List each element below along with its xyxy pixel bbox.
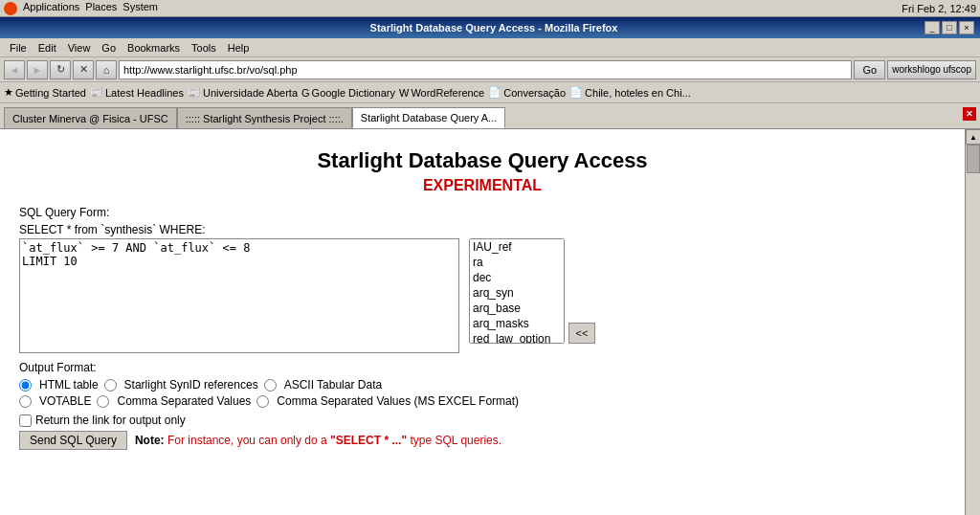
os-right-tray: Fri Feb 2, 12:49 (902, 3, 976, 14)
radio-csv-excel[interactable] (256, 395, 269, 408)
bookmark-universidade-aberta[interactable]: 📰 Universidade Aberta (188, 86, 298, 99)
tab-label-query: Starlight Database Query A... (361, 112, 497, 123)
bookmarks-bar: ★ Getting Started 📰 Latest Headlines 📰 U… (0, 82, 980, 103)
scroll-up-button[interactable]: ▲ (966, 129, 980, 145)
insert-column-button[interactable]: << (568, 323, 595, 344)
column-option-arq-masks[interactable]: arq_masks (470, 316, 564, 331)
label-synid: Starlight SynID references (124, 378, 258, 392)
radio-ascii[interactable] (264, 379, 277, 392)
note-text: Note: For instance, you can only do a "S… (135, 434, 501, 447)
maximize-button[interactable]: □ (942, 21, 957, 34)
column-list-wrapper: IAU_ref ra dec arq_syn arq_base arq_mask… (469, 238, 595, 344)
minimize-button[interactable]: _ (924, 21, 940, 34)
submit-row: Send SQL Query Note: For instance, you c… (19, 431, 946, 450)
w-icon: W (399, 87, 409, 99)
nav-bar: ◄ ► ↻ ✕ ⌂ Go workshlogo ufscop (0, 57, 980, 82)
radio-row-2: VOTABLE Comma Separated Values Comma Sep… (19, 394, 946, 408)
radio-votable[interactable] (19, 395, 32, 408)
menu-go[interactable]: Go (96, 41, 122, 55)
window-title: Starlight Database Query Access - Mozill… (63, 22, 924, 34)
column-option-arq-base[interactable]: arq_base (470, 301, 564, 316)
scrollbar[interactable]: ▲ ▼ (965, 129, 980, 515)
menu-file[interactable]: File (4, 41, 33, 55)
menu-edit[interactable]: Edit (33, 41, 62, 55)
home-button[interactable]: ⌂ (96, 60, 117, 79)
bookmark-conversacao[interactable]: 📄 Conversação (488, 86, 566, 99)
column-listbox[interactable]: IAU_ref ra dec arq_syn arq_base arq_mask… (469, 238, 565, 344)
page-icon: 📰 (188, 86, 201, 99)
google-icon: G (301, 87, 310, 99)
note-select-example: "SELECT * ..." (330, 434, 407, 447)
column-option-ra[interactable]: ra (470, 255, 564, 270)
star-icon: ★ (4, 86, 13, 99)
tab-label-synthesis: ::::: Starlight Synthesis Project ::::. (186, 113, 344, 124)
select-statement: SELECT * from `synthesis` WHERE: (19, 223, 946, 236)
tabs-bar: Cluster Minerva @ Fisica - UFSC ::::: St… (0, 103, 980, 128)
tab-cluster-minerva[interactable]: Cluster Minerva @ Fisica - UFSC (4, 107, 177, 128)
output-label: Output Format: (19, 361, 946, 374)
rss-icon: 📰 (90, 86, 103, 99)
query-textarea[interactable]: `at_flux` >= 7 AND `at_flux` <= 8 LIMIT … (19, 238, 459, 353)
doc-icon: 📄 (488, 86, 501, 99)
return-link-row: Return the link for output only (19, 414, 946, 427)
radio-html-table[interactable] (19, 379, 32, 392)
main-content: Starlight Database Query Access EXPERIME… (0, 129, 965, 515)
os-left-menu: Applications Places System (4, 1, 158, 14)
label-votable: VOTABLE (39, 394, 91, 408)
go-button[interactable]: Go (854, 60, 885, 79)
tab-label-cluster: Cluster Minerva @ Fisica - UFSC (12, 113, 168, 124)
tab-synthesis-project[interactable]: ::::: Starlight Synthesis Project ::::. (177, 107, 352, 128)
os-topbar: Applications Places System Fri Feb 2, 12… (0, 0, 980, 17)
os-logo (4, 1, 17, 14)
bookmark-getting-started[interactable]: ★ Getting Started (4, 86, 86, 99)
address-bar: Go (119, 60, 885, 79)
bookmark-wordreference[interactable]: W WordReference (399, 87, 484, 99)
titlebar: Starlight Database Query Access - Mozill… (0, 17, 980, 38)
form-label: SQL Query Form: (19, 206, 946, 219)
reload-button[interactable]: ↻ (50, 60, 71, 79)
menu-tools[interactable]: Tools (186, 41, 222, 55)
tab-database-query[interactable]: Starlight Database Query A... (352, 107, 505, 128)
menu-view[interactable]: View (62, 41, 97, 55)
column-option-dec[interactable]: dec (470, 270, 564, 285)
radio-row-1: HTML table Starlight SynID references AS… (19, 378, 946, 392)
os-menu-system[interactable]: System (122, 1, 158, 14)
page-title: Starlight Database Query Access (19, 148, 946, 173)
label-html-table: HTML table (39, 378, 99, 392)
forward-button[interactable]: ► (27, 60, 48, 79)
doc2-icon: 📄 (569, 86, 583, 99)
content-wrapper: Starlight Database Query Access EXPERIME… (0, 128, 980, 515)
return-link-label: Return the link for output only (35, 414, 186, 427)
label-csv-excel: Comma Separated Values (MS EXCEL Format) (277, 394, 519, 408)
label-csv: Comma Separated Values (117, 394, 251, 408)
column-option-red-law[interactable]: red_law_option (470, 331, 564, 344)
bookmark-chile[interactable]: 📄 Chile, hoteles en Chi... (569, 86, 691, 99)
bookmark-google-dictionary[interactable]: G Google Dictionary (301, 87, 395, 99)
address-input[interactable] (119, 60, 852, 79)
radio-synid[interactable] (104, 379, 117, 392)
column-option-iau-ref[interactable]: IAU_ref (470, 239, 564, 255)
close-button[interactable]: × (959, 21, 974, 34)
radio-csv[interactable] (97, 395, 109, 408)
send-sql-button[interactable]: Send SQL Query (19, 431, 127, 450)
os-menu-places[interactable]: Places (85, 1, 117, 14)
workshlogo-button[interactable]: workshlogo ufscop (887, 60, 976, 79)
menu-bar: File Edit View Go Bookmarks Tools Help (0, 38, 980, 57)
close-tab-button[interactable]: ✕ (963, 107, 976, 121)
bookmark-latest-headlines[interactable]: 📰 Latest Headlines (90, 86, 184, 99)
output-section: Output Format: HTML table Starlight SynI… (19, 361, 946, 408)
os-clock: Fri Feb 2, 12:49 (902, 3, 976, 14)
note-prefix: Note: (135, 434, 165, 447)
window-controls[interactable]: _ □ × (924, 21, 974, 34)
scrollbar-thumb[interactable] (967, 145, 980, 173)
column-option-arq-syn[interactable]: arq_syn (470, 285, 564, 301)
scrollbar-track (966, 145, 980, 515)
return-link-checkbox[interactable] (19, 414, 32, 427)
back-button[interactable]: ◄ (4, 60, 25, 79)
stop-button[interactable]: ✕ (73, 60, 94, 79)
note-body: For instance, you can only do a "SELECT … (167, 434, 501, 447)
label-ascii: ASCII Tabular Data (284, 378, 383, 392)
menu-bookmarks[interactable]: Bookmarks (122, 41, 186, 55)
menu-help[interactable]: Help (222, 41, 256, 55)
os-menu-applications[interactable]: Applications (23, 1, 79, 14)
